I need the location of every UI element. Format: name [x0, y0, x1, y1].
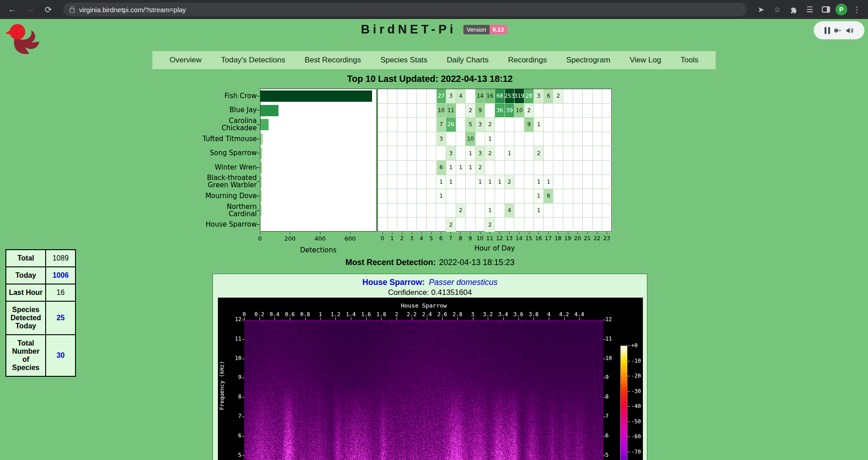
heatmap-cell [388, 132, 398, 147]
heatmap-cell [583, 104, 593, 118]
hourly-heatmap-panel: 2734141668253319283621011293639102726532… [377, 89, 612, 232]
heatmap-cell [544, 161, 554, 175]
detections-bar [260, 190, 262, 202]
heatmap-cell: 319 [514, 89, 524, 104]
heatmap-cell [485, 189, 495, 204]
nav-item-today-s-detections[interactable]: Today's Detections [221, 56, 285, 65]
heatmap-cell [397, 161, 407, 175]
heatmap-cell [427, 218, 437, 232]
url-text: virginia.birdnetpi.com/?stream=play [79, 6, 186, 14]
heatmap-cell: 9 [476, 104, 486, 118]
heatmap-cell [593, 89, 603, 104]
spectrogram-time-tick: 4 [547, 311, 550, 318]
address-bar[interactable]: virginia.birdnetpi.com/?stream=play [63, 3, 747, 16]
hour-axis-tick: 16 [535, 235, 542, 242]
stats-value[interactable]: 25 [46, 301, 75, 335]
heatmap-cell: 2 [485, 218, 495, 232]
colorbar-tick: -50 [631, 418, 641, 425]
send-to-device-icon[interactable]: ➤ [754, 3, 768, 16]
heatmap-cell [524, 189, 534, 204]
heatmap-cell: 16 [485, 89, 495, 104]
spectrogram-time-tick: 2.6 [437, 311, 447, 318]
profile-avatar[interactable]: P [835, 4, 847, 15]
bar-axis-tick: 200 [284, 235, 296, 242]
species-label: Black-throated Green Warbler [190, 175, 257, 189]
spectrogram-title: House Sparrow [244, 302, 604, 309]
heatmap-cell [378, 132, 388, 147]
heatmap-cell [466, 204, 476, 218]
spectrogram-image: House Sparrow 00.20.40.60.811.21.41.61.8… [218, 298, 643, 460]
top10-chart: Fish CrowBlue JayCarolina ChickadeeTufte… [190, 89, 613, 256]
heatmap-cell [495, 218, 505, 232]
spectrogram-freq-tick-right: 5 [605, 452, 619, 458]
reload-button[interactable]: ⟳ [41, 2, 56, 17]
most-recent-value: 2022-04-13 18:15:23 [439, 258, 514, 267]
spectrogram-time-tick: 1 [319, 311, 322, 318]
heatmap-cell: 7 [437, 118, 447, 132]
stats-value[interactable]: 30 [46, 335, 75, 376]
back-button[interactable]: ← [5, 2, 20, 17]
heatmap-cell [456, 218, 466, 232]
heatmap-cell: 2 [446, 218, 456, 232]
heatmap-cell [514, 204, 524, 218]
stats-table-body: Total1089Today1006Last Hour16Species Det… [6, 250, 75, 376]
heatmap-cell [427, 118, 437, 132]
reading-list-icon[interactable]: ☰ [803, 3, 816, 16]
heatmap-cell [388, 189, 398, 204]
nav-item-overview[interactable]: Overview [170, 56, 202, 65]
spectrogram-time-tick: 2.4 [422, 311, 432, 318]
heatmap-cell [514, 175, 524, 190]
nav-item-tools[interactable]: Tools [680, 56, 698, 65]
heatmap-cell [583, 132, 593, 147]
forward-button[interactable]: → [23, 2, 38, 17]
species-label: Blue Jay [190, 103, 257, 118]
spectrogram-time-tick: 0.8 [300, 311, 310, 318]
heatmap-cell [514, 218, 524, 232]
heatmap-cell [544, 218, 554, 232]
spectrogram-time-tick: 3.4 [498, 311, 508, 318]
browser-menu-kebab-icon[interactable]: ⋮ [850, 3, 863, 16]
bar-axis-tick: 0 [258, 235, 262, 242]
heatmap-cell [407, 189, 417, 204]
heatmap-cell: 1 [456, 161, 466, 175]
stats-value[interactable]: 1006 [46, 267, 75, 284]
heatmap-cell [427, 146, 437, 161]
heatmap-cell [505, 161, 515, 175]
heatmap-cell [563, 132, 573, 147]
heatmap-cell: 1 [485, 204, 495, 218]
spectrogram-freq-tick: 7 [228, 413, 241, 419]
heatmap-cell [602, 104, 612, 118]
nav-item-recordings[interactable]: Recordings [508, 56, 547, 65]
heatmap-cell [524, 132, 534, 147]
heatmap-cell: 39 [505, 104, 515, 118]
heatmap-cell [573, 175, 583, 190]
heatmap-cell [466, 175, 476, 190]
heatmap-cell [524, 146, 534, 161]
heatmap-cell [544, 146, 554, 161]
heatmap-cell [593, 104, 603, 118]
heatmap-cell [583, 175, 593, 190]
nav-item-species-stats[interactable]: Species Stats [380, 56, 427, 65]
heatmap-cell [388, 204, 398, 218]
extensions-puzzle-icon[interactable] [787, 3, 800, 16]
stats-row: Last Hour16 [6, 284, 75, 301]
nav-item-best-recordings[interactable]: Best Recordings [305, 56, 361, 65]
species-label: Carolina Chickadee [190, 117, 257, 132]
stats-row: Total1089 [6, 250, 75, 267]
bookmark-star-icon[interactable]: ☆ [770, 3, 784, 16]
hour-axis-tick: 0 [381, 235, 384, 242]
side-panel-icon[interactable] [819, 3, 833, 16]
bar-axis-tick: 600 [344, 235, 356, 242]
heatmap-cell: 27 [437, 89, 447, 104]
nav-item-spectrogram[interactable]: Spectrogram [566, 56, 610, 65]
nav-item-view-log[interactable]: View Log [630, 56, 661, 65]
heatmap-cell [534, 132, 544, 147]
spectrogram-freq-tick: 11 [228, 336, 241, 342]
stats-label: Total Number of Species [6, 335, 46, 376]
bar-axis-tick: 400 [315, 235, 326, 242]
heatmap-cell: 1 [485, 132, 495, 147]
nav-item-daily-charts[interactable]: Daily Charts [447, 56, 489, 65]
heatmap-cell [554, 146, 564, 161]
stats-row: Species Detected Today25 [6, 301, 75, 335]
heatmap-cell [534, 218, 544, 232]
